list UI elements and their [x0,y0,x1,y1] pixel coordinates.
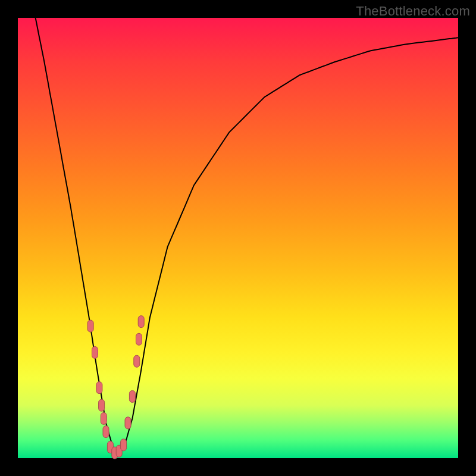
data-marker [121,439,127,451]
watermark-text: TheBottleneck.com [356,4,470,19]
curve-layer [18,18,458,458]
data-marker [103,426,109,438]
data-marker [136,333,142,345]
plot-area [18,18,458,458]
data-marker [96,382,102,394]
data-marker [125,417,131,429]
data-marker [99,399,105,411]
data-marker [92,346,98,358]
chart-frame: TheBottleneck.com [0,0,476,476]
data-marker [101,412,107,424]
marker-group [87,316,144,459]
data-marker [134,355,140,367]
data-marker [87,320,93,332]
data-marker [129,390,135,402]
data-marker [138,316,144,328]
